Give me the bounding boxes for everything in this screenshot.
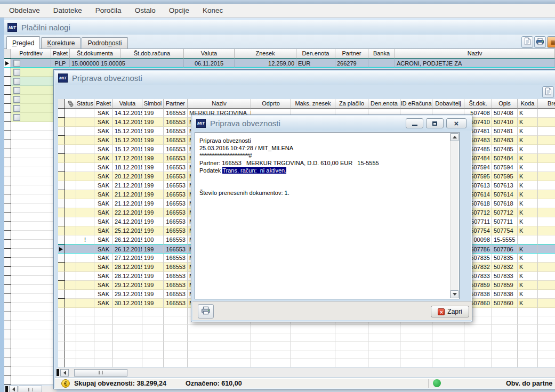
cell-maks — [291, 325, 335, 333]
table-row[interactable] — [58, 333, 555, 342]
menu-item-konec[interactable]: Konec — [198, 5, 228, 16]
table-row[interactable] — [4, 194, 53, 203]
table-row[interactable] — [4, 176, 53, 185]
cell-opis — [492, 359, 518, 368]
message-prefix: Podatek — [199, 167, 222, 174]
table-row[interactable] — [58, 359, 555, 368]
table-row[interactable] — [4, 122, 53, 131]
confirm-cell — [11, 131, 53, 140]
row-checkbox[interactable] — [13, 69, 20, 76]
main-hscrollbar[interactable] — [5, 386, 57, 392]
table-row[interactable] — [58, 325, 555, 333]
scroll-left-button[interactable] — [9, 386, 18, 392]
row-checkbox[interactable] — [13, 114, 20, 121]
tab-pregled[interactable]: Pregled — [6, 36, 40, 49]
table-row[interactable] — [4, 321, 53, 330]
table-row[interactable] — [4, 339, 53, 348]
menu-item-opcije[interactable]: Opcije — [164, 5, 194, 16]
message-line: Število prenesenih dokumentov: 1. — [199, 189, 446, 197]
table-row[interactable] — [58, 342, 555, 350]
row-checkbox[interactable] — [13, 60, 20, 67]
print-button[interactable] — [534, 36, 546, 48]
cell-simbol: 199 — [142, 172, 164, 181]
table-row[interactable] — [4, 348, 53, 357]
row-selector — [4, 140, 11, 149]
minimize-button[interactable] — [406, 118, 423, 128]
column-header: Partner — [335, 49, 368, 59]
table-row[interactable] — [4, 366, 53, 375]
menu-item-porocila[interactable]: Poročila — [91, 5, 126, 16]
row-selector — [58, 244, 65, 254]
dialog-vscrollbar[interactable] — [450, 133, 459, 298]
table-row[interactable] — [4, 222, 53, 231]
row-checkbox[interactable] — [13, 105, 20, 112]
table-row[interactable] — [4, 185, 53, 194]
table-row[interactable] — [4, 140, 53, 149]
cell-partner: 166553 — [164, 226, 188, 235]
close-button[interactable]: × — [446, 118, 466, 128]
row-selector — [58, 254, 65, 263]
row-checkbox[interactable] — [13, 96, 20, 103]
table-row[interactable] — [4, 276, 53, 285]
confirm-cell — [11, 213, 53, 222]
cell-paket: SAK — [94, 235, 113, 244]
table-row[interactable] — [4, 294, 53, 303]
scroll-up-button[interactable] — [451, 133, 459, 141]
message-highlight: Trans. račun: ni aktiven. — [222, 167, 286, 174]
table-row[interactable] — [4, 303, 53, 312]
table-row[interactable] — [4, 167, 53, 176]
column-header: Koda — [518, 99, 538, 109]
table-row[interactable] — [4, 249, 53, 258]
table-row[interactable] — [4, 357, 53, 366]
table-row[interactable] — [4, 240, 53, 249]
table-row[interactable] — [4, 213, 53, 222]
table-row[interactable] — [4, 330, 53, 339]
menu-item-datoteke[interactable]: Datoteke — [49, 5, 87, 16]
table-row[interactable] — [4, 104, 53, 113]
scroll-left-button[interactable] — [60, 369, 69, 377]
table-row[interactable] — [4, 203, 53, 213]
export-button[interactable]: ▦ — [547, 36, 555, 48]
close-dialog-button[interactable]: × Zapri — [431, 306, 469, 317]
table-row[interactable] — [4, 158, 53, 167]
main-selected-row[interactable]: PLP15.000000 15.0000506.11.201512.259,00… — [4, 59, 555, 68]
table-row[interactable] — [4, 375, 53, 385]
table-row[interactable] — [4, 113, 53, 122]
table-row[interactable] — [58, 350, 555, 359]
table-row[interactable] — [4, 77, 53, 86]
tab-korekture[interactable]: Korekture — [41, 37, 81, 48]
cell-den — [368, 325, 400, 333]
table-row[interactable] — [4, 68, 53, 77]
row-selector — [4, 77, 11, 86]
dialog-print-button[interactable] — [198, 304, 214, 318]
table-row[interactable] — [4, 267, 53, 276]
menu-item-ostalo[interactable]: Ostalo — [130, 5, 160, 16]
cell-valuta: 24.12.2015 — [113, 217, 142, 226]
menu-item-obdelave[interactable]: Obdelave — [4, 5, 45, 16]
row-checkbox[interactable] — [13, 78, 20, 85]
table-row[interactable] — [4, 312, 53, 321]
scroll-thumb[interactable] — [19, 386, 42, 392]
maximize-button[interactable] — [426, 118, 444, 128]
column-header: Opis — [492, 99, 518, 109]
table-row[interactable] — [4, 86, 53, 95]
child-hscrollbar[interactable] — [57, 368, 555, 377]
row-selector — [58, 235, 65, 244]
row-selector — [58, 190, 65, 199]
table-row[interactable] — [4, 95, 53, 104]
table-row[interactable] — [4, 131, 53, 140]
scroll-thumb[interactable] — [74, 369, 127, 377]
preview-button[interactable] — [521, 36, 533, 48]
scroll-down-button[interactable] — [451, 290, 459, 298]
row-checkbox[interactable] — [13, 87, 20, 94]
table-row[interactable] — [4, 258, 53, 267]
cell-paket: SAK — [94, 272, 113, 281]
scroll-edge-marker — [5, 386, 8, 392]
child-preview-button[interactable] — [542, 86, 554, 98]
tab-podrobnosti[interactable]: Podrobnosti — [82, 37, 127, 48]
table-row[interactable] — [4, 285, 53, 294]
table-row[interactable] — [4, 231, 53, 240]
cell: 15.000000 15.00005 — [70, 59, 120, 68]
cell-brem — [538, 226, 555, 235]
table-row[interactable] — [4, 149, 53, 158]
